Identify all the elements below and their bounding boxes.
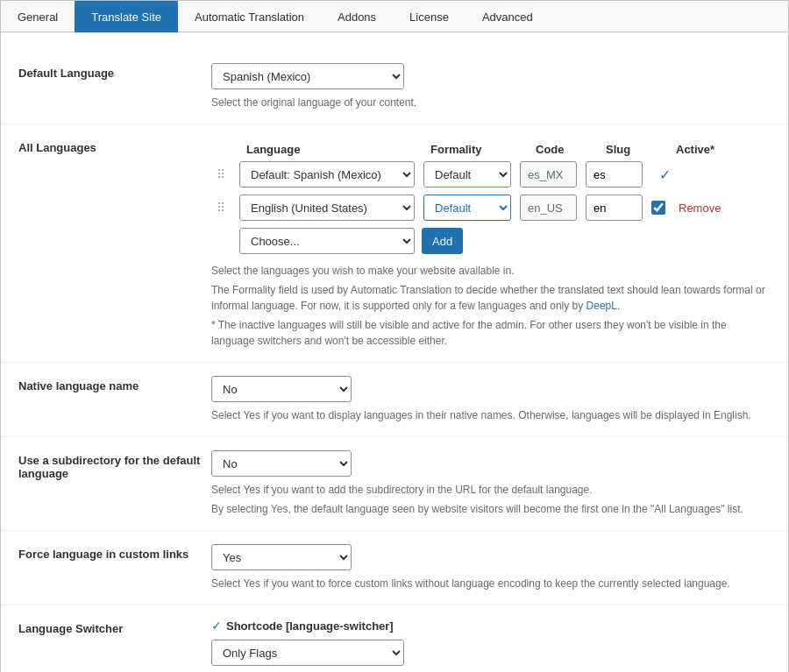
- drag-handle-english[interactable]: ⠿: [211, 201, 231, 215]
- active-checkbox-english[interactable]: [651, 201, 665, 215]
- language-table-header: Language Formality Code Slug Active*: [211, 143, 771, 161]
- language-row-spanish: ⠿ Default: Spanish (Mexico) Default ✓: [211, 161, 771, 187]
- header-slug: Slug: [606, 143, 667, 156]
- tab-navigation: General Translate Site Automatic Transla…: [1, 1, 788, 32]
- force-language-content: Yes No Select Yes if you want to force c…: [211, 544, 771, 591]
- default-language-description: Select the original language of your con…: [211, 95, 771, 110]
- header-formality: Formality: [430, 143, 527, 156]
- native-language-content: No Yes Select Yes if you want to display…: [211, 376, 771, 423]
- force-language-row: Force language in custom links Yes No Se…: [1, 531, 788, 605]
- add-language-button[interactable]: Add: [422, 228, 463, 254]
- tab-automatic-translation[interactable]: Automatic Translation: [178, 1, 321, 32]
- native-language-row: Native language name No Yes Select Yes i…: [1, 363, 788, 437]
- tab-addons[interactable]: Addons: [321, 1, 393, 32]
- language-switcher-select[interactable]: Only Flags: [211, 640, 404, 666]
- subdirectory-desc-2: By selecting Yes, the default language s…: [211, 501, 771, 517]
- drag-handle-spanish[interactable]: ⠿: [211, 167, 231, 181]
- language-switcher-label: Language Switcher: [18, 619, 211, 635]
- header-active: Active*: [676, 143, 729, 156]
- native-language-select[interactable]: No Yes: [211, 376, 352, 402]
- formality-select-spanish[interactable]: Default: [423, 161, 511, 187]
- all-languages-desc-2: The Formality field is used by Automatic…: [211, 282, 771, 314]
- language-switcher-content: ✓ Shortcode [language-switcher] Only Fla…: [211, 619, 771, 672]
- default-language-content: Spanish (Mexico) Select the original lan…: [211, 63, 771, 110]
- active-check-spanish: ✓: [651, 166, 678, 183]
- language-select-spanish[interactable]: Default: Spanish (Mexico): [239, 161, 415, 187]
- code-input-english: [520, 195, 577, 221]
- shortcode-label: ✓ Shortcode [language-switcher]: [211, 619, 771, 633]
- tab-advanced[interactable]: Advanced: [466, 1, 550, 32]
- all-languages-label: All Languages: [18, 138, 211, 154]
- default-language-select[interactable]: Spanish (Mexico): [211, 63, 404, 89]
- all-languages-row: All Languages Language Formality Code Sl…: [1, 124, 788, 363]
- force-language-label: Force language in custom links: [18, 544, 211, 561]
- header-language: Language: [246, 143, 422, 156]
- language-table: Language Formality Code Slug Active* ⠿ D…: [211, 143, 771, 349]
- add-language-row: Choose... Add: [211, 228, 771, 254]
- default-language-label: Default Language: [18, 63, 211, 80]
- subdirectory-content: No Yes Select Yes if you want to add the…: [211, 450, 771, 517]
- subdirectory-row: Use a subdirectory for the default langu…: [1, 437, 788, 531]
- subdirectory-select[interactable]: No Yes: [211, 450, 352, 477]
- native-language-description: Select Yes if you want to display langua…: [211, 407, 771, 423]
- deepl-link[interactable]: DeepL: [586, 300, 617, 312]
- shortcode-text: Shortcode [language-switcher]: [226, 619, 394, 633]
- force-language-description: Select Yes if you want to force custom l…: [211, 576, 771, 591]
- all-languages-content: Language Formality Code Slug Active* ⠿ D…: [211, 138, 771, 349]
- code-input-spanish: [520, 161, 577, 187]
- force-language-select[interactable]: Yes No: [211, 544, 352, 570]
- slug-input-english[interactable]: [586, 195, 643, 221]
- tab-translate-site[interactable]: Translate Site: [75, 1, 178, 32]
- header-code: Code: [536, 143, 597, 156]
- tab-license[interactable]: License: [393, 1, 466, 32]
- default-language-row: Default Language Spanish (Mexico) Select…: [1, 50, 788, 124]
- language-row-english: ⠿ English (United States) Default Remove: [211, 195, 771, 221]
- native-language-label: Native language name: [18, 376, 211, 393]
- all-languages-desc-3: * The inactive languages will still be v…: [211, 317, 771, 349]
- subdirectory-label: Use a subdirectory for the default langu…: [18, 450, 211, 480]
- remove-english-link[interactable]: Remove: [679, 202, 721, 215]
- shortcode-checkmark: ✓: [211, 619, 222, 633]
- slug-input-spanish[interactable]: [586, 161, 643, 187]
- formality-select-english[interactable]: Default: [423, 195, 511, 221]
- all-languages-desc-1: Select the languages you wish to make yo…: [211, 263, 771, 279]
- settings-page: General Translate Site Automatic Transla…: [0, 0, 789, 672]
- language-select-english[interactable]: English (United States): [239, 195, 415, 221]
- tab-general[interactable]: General: [1, 1, 75, 32]
- subdirectory-desc-1: Select Yes if you want to add the subdir…: [211, 482, 771, 498]
- add-language-select[interactable]: Choose...: [239, 228, 415, 254]
- settings-content: Default Language Spanish (Mexico) Select…: [1, 32, 788, 672]
- language-switcher-row: Language Switcher ✓ Shortcode [language-…: [1, 605, 788, 672]
